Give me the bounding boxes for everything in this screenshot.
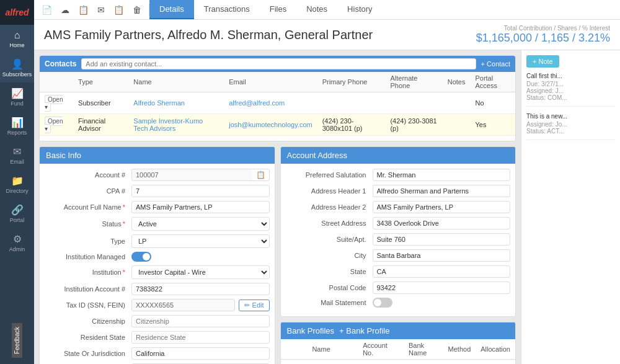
bank-col-status — [281, 339, 308, 360]
street-address-label: Street Address — [286, 220, 373, 227]
tax-id-value: XXXXX6565 — [131, 299, 235, 311]
institution-managed-toggle[interactable] — [131, 252, 151, 262]
cpa-row: CPA # — [45, 185, 270, 197]
account-address-body: Preferred Salutation Address Header 1 Ad… — [281, 164, 516, 316]
preferred-salutation-input[interactable] — [373, 169, 511, 181]
sidebar-item-admin[interactable]: ⚙ Admin — [0, 228, 34, 257]
feedback-button[interactable]: Feedback — [12, 323, 22, 358]
institution-select[interactable]: Investor Capital - Wire — [131, 265, 270, 279]
account-address-panel: Account Address Preferred Salutation Add… — [280, 146, 516, 317]
sidebar-item-label: Portal — [10, 217, 25, 223]
contacts-section: Contacts + Contact Type Name Email Prima… — [39, 55, 516, 141]
nav-icon-list[interactable]: 📋 — [76, 4, 91, 16]
cpa-label: CPA # — [45, 187, 131, 195]
note-item: Call first thi... Due: 3/27/1...Assigned… — [526, 73, 615, 107]
right-col: Account Address Preferred Salutation Add… — [280, 146, 516, 364]
fund-icon: 📈 — [11, 87, 24, 99]
bank-col-name: Name — [307, 339, 358, 360]
nav-icon-email[interactable]: ✉ — [95, 4, 107, 16]
tab-details[interactable]: Details — [149, 0, 194, 19]
home-icon: ⌂ — [14, 30, 20, 41]
tab-history[interactable]: History — [337, 0, 382, 19]
email-icon: ✉ — [13, 146, 21, 158]
account-full-name-row: Account Full Name — [45, 201, 270, 213]
nav-tabs: Details Transactions Files Notes History — [149, 0, 383, 19]
add-note-button[interactable]: + Note — [526, 55, 559, 68]
nav-icon-upload[interactable]: ☁ — [58, 4, 72, 16]
sidebar-item-home[interactable]: ⌂ Home — [0, 25, 34, 53]
city-input[interactable] — [373, 249, 511, 262]
status-badge[interactable]: Open ▾ — [45, 95, 63, 112]
contacts-bar: Contacts + Contact — [40, 56, 515, 72]
state-label: State — [286, 268, 373, 275]
tab-transactions[interactable]: Transactions — [194, 0, 260, 19]
sidebar-item-label: Fund — [11, 100, 24, 107]
tax-id-edit-button[interactable]: ✏ Edit — [239, 300, 269, 311]
bank-table: Name Account No. Bank Name Method Alloca… — [281, 339, 516, 364]
cpa-input[interactable] — [131, 185, 270, 197]
suite-label: Suite/Apt. — [286, 236, 373, 243]
directory-icon: 📁 — [11, 175, 24, 187]
account-full-name-label: Account Full Name — [45, 203, 131, 211]
institution-acct-label: Institution Account # — [45, 285, 131, 293]
postal-input[interactable] — [373, 282, 511, 294]
institution-acct-row: Institution Account # — [45, 283, 270, 295]
nav-icon-delete[interactable]: 🗑 — [130, 4, 144, 16]
state-jurisdiction-input[interactable] — [131, 347, 270, 360]
institution-acct-input[interactable] — [131, 283, 270, 295]
contacts-search-input[interactable] — [81, 58, 476, 69]
status-select[interactable]: Active — [131, 217, 270, 231]
sidebar-item-email[interactable]: ✉ Email — [0, 141, 34, 170]
type-select[interactable]: LP — [131, 234, 270, 248]
tab-files[interactable]: Files — [260, 0, 296, 19]
two-col-section: Basic Info Account # 📋 — [39, 146, 516, 364]
state-input[interactable] — [373, 265, 511, 278]
street-address-input[interactable] — [373, 217, 511, 229]
bank-name-cell: AMS Family Part... — [307, 360, 358, 365]
mail-statement-label: Mail Statement — [286, 299, 373, 306]
resident-state-input[interactable] — [131, 331, 270, 344]
basic-info-panel: Basic Info Account # 📋 — [39, 146, 275, 364]
sidebar-item-directory[interactable]: 📁 Directory — [0, 170, 34, 199]
sidebar-item-reports[interactable]: 📊 Reports — [0, 112, 34, 141]
address-header1-label: Address Header 1 — [286, 187, 373, 195]
bank-col-account-no: Account No. — [358, 339, 404, 360]
note-meta: Due: 3/27/1...Assigned: J...Status: COM.… — [526, 81, 615, 101]
city-row: City — [286, 249, 511, 262]
address-header2-input[interactable] — [373, 201, 511, 213]
sidebar-item-fund[interactable]: 📈 Fund — [0, 82, 34, 112]
bank-profiles-panel: Bank Profiles + Bank Profile Name Accoun… — [280, 322, 516, 364]
col-status — [40, 72, 73, 92]
resident-state-row: Resident State — [45, 331, 270, 344]
suite-input[interactable] — [373, 233, 511, 246]
sidebar-item-label: Email — [10, 159, 24, 165]
mail-statement-toggle[interactable] — [373, 298, 392, 308]
address-header1-input[interactable] — [373, 185, 511, 197]
citizenship-input[interactable] — [131, 315, 270, 327]
account-full-name-input[interactable] — [131, 201, 270, 213]
reports-icon: 📊 — [11, 117, 24, 128]
right-sidebar: + Note Call first thi... Due: 3/27/1...A… — [521, 50, 620, 364]
tab-notes[interactable]: Notes — [296, 0, 337, 19]
add-bank-profile-button[interactable]: + Bank Profile — [339, 326, 389, 335]
nav-icon-copy[interactable]: 📋 — [111, 4, 126, 16]
nav-icon-doc[interactable]: 📄 — [39, 4, 55, 16]
sidebar: alfred ⌂ Home 👤 Subscribers 📈 Fund 📊 Rep… — [0, 0, 34, 364]
portal-access: Yes — [470, 114, 515, 136]
bank-col-method: Method — [443, 339, 476, 360]
main-content: 📄 ☁ 📋 ✉ 📋 🗑 Details Transactions Files N… — [34, 0, 620, 364]
account-num-input[interactable] — [132, 169, 252, 180]
sidebar-item-portal[interactable]: 🔗 Portal — [0, 199, 34, 228]
suite-row: Suite/Apt. — [286, 233, 511, 246]
city-label: City — [286, 252, 373, 259]
bank-account-no: 123588744 — [358, 360, 404, 365]
app-logo[interactable]: alfred — [0, 0, 34, 25]
contact-type: Financial Advisor — [73, 114, 128, 136]
account-num-row: Account # 📋 — [45, 169, 270, 181]
sidebar-item-label: Reports — [7, 130, 27, 136]
page-header: AMS Family Partners, Alfredo M. Sherman,… — [34, 20, 620, 50]
status-badge[interactable]: Open ▾ — [45, 117, 63, 133]
note-text: This is a new... — [526, 113, 615, 120]
add-contact-button[interactable]: + Contact — [481, 60, 510, 68]
sidebar-item-subscribers[interactable]: 👤 Subscribers — [0, 53, 34, 82]
